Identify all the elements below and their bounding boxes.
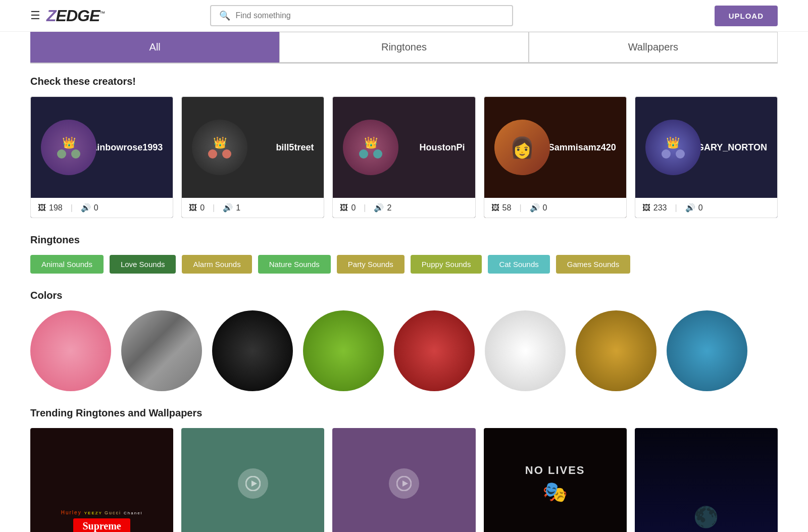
creators-section-title: Check these creators! — [30, 76, 778, 87]
stat-divider-1: | — [71, 203, 73, 212]
wallpaper-count-1: 198 — [49, 203, 63, 212]
image-icon-4: 🖼 — [491, 203, 499, 212]
search-input[interactable] — [235, 11, 504, 20]
creator-stats-5: 🖼 233 | 🔊 0 — [635, 198, 777, 218]
eye-right-3 — [373, 149, 382, 158]
sound-icon-4: 🔊 — [530, 203, 540, 212]
crown-icon-3: 👑 — [364, 136, 378, 149]
trending-row: Hurley YEEZY Gucci Chanel Supreme — [30, 428, 778, 532]
eye-left-3 — [359, 149, 368, 158]
trending-card-teal[interactable] — [181, 428, 324, 532]
eye-right-1 — [71, 149, 80, 158]
tab-all[interactable]: All — [30, 32, 279, 63]
avatar-face-2: 👑 — [192, 120, 247, 175]
sound-count-3: 2 — [387, 203, 391, 212]
person-icon-4: 👩 — [510, 136, 535, 159]
play-overlay-3 — [389, 468, 419, 499]
eyes-1 — [57, 149, 80, 158]
wallpapers-stat-5: 🖼 233 — [642, 203, 667, 212]
tag-games-sounds[interactable]: Games Sounds — [556, 255, 630, 274]
color-black[interactable] — [212, 310, 293, 391]
avatar-face-5: 👑 — [645, 120, 701, 175]
tag-party-sounds[interactable]: Party Sounds — [337, 255, 405, 274]
sound-icon-2: 🔊 — [223, 203, 233, 212]
image-icon-2: 🖼 — [189, 203, 197, 212]
sounds-stat-2: 🔊 1 — [223, 203, 240, 212]
wallpaper-count-3: 0 — [351, 203, 356, 212]
creator-card[interactable]: 👩 Sammisamz420 🖼 58 | 🔊 0 — [484, 96, 627, 218]
crown-icon-5: 👑 — [666, 136, 680, 149]
wallpaper-count-2: 0 — [200, 203, 205, 212]
header: ☰ ZEDGE™ 🔍 UPLOAD — [0, 0, 808, 32]
image-icon-3: 🖼 — [340, 203, 348, 212]
creator-name-2: bill5treet — [276, 142, 314, 153]
svg-marker-1 — [251, 481, 257, 487]
sound-count-1: 0 — [94, 203, 98, 212]
creator-top-3: 👑 HoustonPi — [333, 97, 475, 198]
tab-wallpapers[interactable]: Wallpapers — [529, 32, 778, 63]
creator-stats-1: 🖼 198 | 🔊 0 — [31, 198, 173, 218]
trending-card-purple[interactable] — [332, 428, 475, 532]
creator-card[interactable]: 👑 HoustonPi 🖼 0 | 🔊 2 — [332, 96, 475, 218]
wallpaper-count-5: 233 — [653, 203, 667, 212]
creator-stats-4: 🖼 58 | 🔊 0 — [484, 198, 626, 218]
eye-left-2 — [208, 149, 217, 158]
sound-count-5: 0 — [698, 203, 703, 212]
sound-icon-5: 🔊 — [685, 203, 695, 212]
color-blue[interactable] — [667, 310, 747, 391]
color-red[interactable] — [394, 310, 475, 391]
creator-avatar-2: 👑 — [192, 120, 247, 175]
creator-avatar-4: 👩 — [494, 120, 550, 175]
crown-icon-2: 👑 — [213, 136, 227, 149]
play-overlay-2 — [238, 468, 268, 499]
color-green[interactable] — [303, 310, 384, 391]
image-icon-1: 🖼 — [38, 203, 46, 212]
creators-row: 👑 rainbowrose1993 🖼 198 | 🔊 — [30, 96, 778, 218]
trending-section-title: Trending Ringtones and Wallpapers — [30, 407, 778, 419]
sounds-stat-1: 🔊 0 — [81, 203, 98, 212]
tag-cat-sounds[interactable]: Cat Sounds — [488, 255, 549, 274]
wallpapers-stat-3: 🖼 0 — [340, 203, 356, 212]
color-gray[interactable] — [121, 310, 202, 391]
creator-card[interactable]: 👑 bill5treet 🖼 0 | 🔊 1 — [181, 96, 324, 218]
creator-top-4: 👩 Sammisamz420 — [484, 97, 626, 198]
stat-divider-2: | — [213, 203, 215, 212]
creator-card[interactable]: 👑 GARY_NORTON 🖼 233 | 🔊 — [635, 96, 778, 218]
color-white[interactable] — [485, 310, 566, 391]
main-content: Check these creators! 👑 rainbowrose1993 — [0, 64, 808, 532]
wallpapers-stat-1: 🖼 198 — [38, 203, 63, 212]
sound-count-4: 0 — [543, 203, 547, 212]
creator-name-1: rainbowrose1993 — [88, 142, 163, 153]
color-pink[interactable] — [30, 310, 111, 391]
tag-nature-sounds[interactable]: Nature Sounds — [258, 255, 331, 274]
stat-divider-5: | — [675, 203, 677, 212]
tag-alarm-sounds[interactable]: Alarm Sounds — [182, 255, 251, 274]
tag-animal-sounds[interactable]: Animal Sounds — [30, 255, 104, 274]
svg-marker-3 — [402, 481, 408, 487]
creator-top-5: 👑 GARY_NORTON — [635, 97, 777, 198]
creator-name-4: Sammisamz420 — [548, 142, 616, 153]
upload-button[interactable]: UPLOAD — [715, 6, 778, 26]
menu-icon[interactable]: ☰ — [30, 9, 40, 22]
creator-card[interactable]: 👑 rainbowrose1993 🖼 198 | 🔊 — [30, 96, 173, 218]
eyes-2 — [208, 149, 231, 158]
ringtones-section-title: Ringtones — [30, 234, 778, 246]
sound-icon-3: 🔊 — [374, 203, 384, 212]
color-gold[interactable] — [576, 310, 656, 391]
colors-section-title: Colors — [30, 290, 778, 301]
sounds-stat-4: 🔊 0 — [530, 203, 547, 212]
stat-divider-3: | — [364, 203, 366, 212]
eye-right-5 — [676, 149, 685, 158]
trending-card-supreme[interactable]: Hurley YEEZY Gucci Chanel Supreme — [30, 428, 173, 532]
trending-card-space[interactable]: 🌑 — [635, 428, 778, 532]
eye-left-1 — [57, 149, 66, 158]
tab-ringtones[interactable]: Ringtones — [279, 32, 528, 63]
creator-avatar-5: 👑 — [645, 120, 701, 175]
ringtones-tags-row: Animal Sounds Love Sounds Alarm Sounds N… — [30, 255, 778, 274]
colors-row — [30, 310, 778, 391]
tag-love-sounds[interactable]: Love Sounds — [110, 255, 176, 274]
creator-stats-3: 🖼 0 | 🔊 2 — [333, 198, 475, 218]
tag-puppy-sounds[interactable]: Puppy Sounds — [411, 255, 482, 274]
trending-card-no-lives[interactable]: NO LIVES 🎭 — [484, 428, 627, 532]
eye-right-2 — [222, 149, 231, 158]
